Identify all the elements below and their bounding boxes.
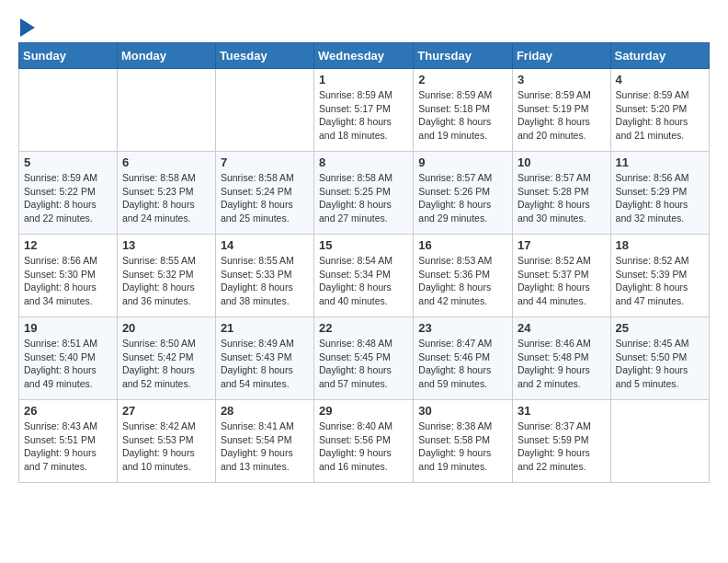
day-number: 28 [221, 404, 309, 418]
calendar-cell: 28Sunrise: 8:41 AM Sunset: 5:54 PM Dayli… [215, 400, 313, 483]
calendar-cell: 7Sunrise: 8:58 AM Sunset: 5:24 PM Daylig… [215, 152, 313, 235]
logo-arrow-icon [20, 18, 35, 37]
day-number: 5 [24, 155, 112, 169]
calendar-cell: 11Sunrise: 8:56 AM Sunset: 5:29 PM Dayli… [610, 152, 709, 235]
calendar-cell: 8Sunrise: 8:58 AM Sunset: 5:25 PM Daylig… [314, 152, 414, 235]
weekday-header-wednesday: Wednesday [314, 43, 414, 69]
day-detail: Sunrise: 8:53 AM Sunset: 5:36 PM Dayligh… [418, 254, 507, 308]
day-number: 7 [221, 155, 309, 169]
day-detail: Sunrise: 8:42 AM Sunset: 5:53 PM Dayligh… [122, 419, 210, 474]
day-number: 29 [319, 404, 408, 418]
calendar-cell: 2Sunrise: 8:59 AM Sunset: 5:18 PM Daylig… [414, 69, 513, 152]
day-number: 6 [122, 155, 210, 169]
calendar-cell: 1Sunrise: 8:59 AM Sunset: 5:17 PM Daylig… [314, 69, 414, 152]
day-detail: Sunrise: 8:59 AM Sunset: 5:22 PM Dayligh… [24, 171, 112, 225]
day-number: 4 [616, 73, 704, 86]
calendar-cell: 14Sunrise: 8:55 AM Sunset: 5:33 PM Dayli… [215, 235, 313, 317]
day-number: 1 [319, 73, 408, 86]
day-number: 24 [518, 321, 606, 335]
calendar-cell: 20Sunrise: 8:50 AM Sunset: 5:42 PM Dayli… [117, 317, 215, 400]
day-detail: Sunrise: 8:50 AM Sunset: 5:42 PM Dayligh… [122, 337, 210, 391]
day-detail: Sunrise: 8:58 AM Sunset: 5:24 PM Dayligh… [221, 171, 309, 225]
day-detail: Sunrise: 8:58 AM Sunset: 5:23 PM Dayligh… [122, 171, 210, 225]
day-number: 27 [122, 404, 210, 418]
day-detail: Sunrise: 8:59 AM Sunset: 5:19 PM Dayligh… [518, 88, 606, 143]
day-detail: Sunrise: 8:38 AM Sunset: 5:58 PM Dayligh… [418, 419, 507, 474]
calendar-cell: 22Sunrise: 8:48 AM Sunset: 5:45 PM Dayli… [314, 317, 414, 400]
day-detail: Sunrise: 8:54 AM Sunset: 5:34 PM Dayligh… [319, 254, 408, 308]
calendar-cell [610, 400, 709, 483]
logo [18, 18, 35, 33]
day-detail: Sunrise: 8:49 AM Sunset: 5:43 PM Dayligh… [221, 337, 309, 391]
day-detail: Sunrise: 8:52 AM Sunset: 5:37 PM Dayligh… [518, 254, 606, 308]
day-detail: Sunrise: 8:57 AM Sunset: 5:28 PM Dayligh… [518, 171, 606, 225]
day-number: 21 [221, 321, 309, 335]
day-detail: Sunrise: 8:55 AM Sunset: 5:33 PM Dayligh… [221, 254, 309, 308]
day-number: 3 [518, 73, 606, 86]
day-number: 22 [319, 321, 408, 335]
day-number: 2 [418, 73, 507, 86]
calendar-cell: 31Sunrise: 8:37 AM Sunset: 5:59 PM Dayli… [512, 400, 610, 483]
calendar-week-row: 12Sunrise: 8:56 AM Sunset: 5:30 PM Dayli… [19, 235, 710, 317]
day-number: 23 [418, 321, 507, 335]
day-number: 25 [616, 321, 704, 335]
day-number: 13 [122, 238, 210, 252]
calendar-cell: 13Sunrise: 8:55 AM Sunset: 5:32 PM Dayli… [117, 235, 215, 317]
calendar-cell: 15Sunrise: 8:54 AM Sunset: 5:34 PM Dayli… [314, 235, 414, 317]
calendar-table: SundayMondayTuesdayWednesdayThursdayFrid… [18, 42, 710, 483]
calendar-cell: 30Sunrise: 8:38 AM Sunset: 5:58 PM Dayli… [414, 400, 513, 483]
calendar-cell: 26Sunrise: 8:43 AM Sunset: 5:51 PM Dayli… [19, 400, 118, 483]
day-detail: Sunrise: 8:57 AM Sunset: 5:26 PM Dayligh… [418, 171, 507, 225]
day-detail: Sunrise: 8:41 AM Sunset: 5:54 PM Dayligh… [221, 419, 309, 474]
day-number: 17 [518, 238, 606, 252]
day-detail: Sunrise: 8:40 AM Sunset: 5:56 PM Dayligh… [319, 419, 408, 474]
weekday-header-saturday: Saturday [610, 43, 709, 69]
weekday-header-thursday: Thursday [414, 43, 513, 69]
calendar-cell [19, 69, 118, 152]
page-header [18, 18, 710, 33]
calendar-week-row: 19Sunrise: 8:51 AM Sunset: 5:40 PM Dayli… [19, 317, 710, 400]
weekday-header-monday: Monday [117, 43, 215, 69]
calendar-cell: 17Sunrise: 8:52 AM Sunset: 5:37 PM Dayli… [512, 235, 610, 317]
calendar-cell: 27Sunrise: 8:42 AM Sunset: 5:53 PM Dayli… [117, 400, 215, 483]
day-detail: Sunrise: 8:56 AM Sunset: 5:29 PM Dayligh… [616, 171, 704, 225]
day-number: 26 [24, 404, 112, 418]
calendar-week-row: 5Sunrise: 8:59 AM Sunset: 5:22 PM Daylig… [19, 152, 710, 235]
calendar-week-row: 26Sunrise: 8:43 AM Sunset: 5:51 PM Dayli… [19, 400, 710, 483]
calendar-week-row: 1Sunrise: 8:59 AM Sunset: 5:17 PM Daylig… [19, 69, 710, 152]
day-detail: Sunrise: 8:47 AM Sunset: 5:46 PM Dayligh… [418, 337, 507, 391]
calendar-cell: 10Sunrise: 8:57 AM Sunset: 5:28 PM Dayli… [512, 152, 610, 235]
weekday-header-sunday: Sunday [19, 43, 118, 69]
day-number: 20 [122, 321, 210, 335]
calendar-cell: 21Sunrise: 8:49 AM Sunset: 5:43 PM Dayli… [215, 317, 313, 400]
day-number: 18 [616, 238, 704, 252]
day-detail: Sunrise: 8:59 AM Sunset: 5:20 PM Dayligh… [616, 88, 704, 143]
calendar-cell [215, 69, 313, 152]
day-number: 19 [24, 321, 112, 335]
calendar-cell: 25Sunrise: 8:45 AM Sunset: 5:50 PM Dayli… [610, 317, 709, 400]
day-detail: Sunrise: 8:58 AM Sunset: 5:25 PM Dayligh… [319, 171, 408, 225]
calendar-cell: 23Sunrise: 8:47 AM Sunset: 5:46 PM Dayli… [414, 317, 513, 400]
day-detail: Sunrise: 8:48 AM Sunset: 5:45 PM Dayligh… [319, 337, 408, 391]
calendar-cell [117, 69, 215, 152]
day-number: 31 [518, 404, 606, 418]
day-number: 10 [518, 155, 606, 169]
day-detail: Sunrise: 8:52 AM Sunset: 5:39 PM Dayligh… [616, 254, 704, 308]
day-number: 16 [418, 238, 507, 252]
calendar-cell: 24Sunrise: 8:46 AM Sunset: 5:48 PM Dayli… [512, 317, 610, 400]
day-number: 15 [319, 238, 408, 252]
day-number: 8 [319, 155, 408, 169]
day-number: 11 [616, 155, 704, 169]
day-number: 14 [221, 238, 309, 252]
day-number: 30 [418, 404, 507, 418]
day-detail: Sunrise: 8:56 AM Sunset: 5:30 PM Dayligh… [24, 254, 112, 308]
calendar-cell: 4Sunrise: 8:59 AM Sunset: 5:20 PM Daylig… [610, 69, 709, 152]
day-number: 9 [418, 155, 507, 169]
calendar-cell: 18Sunrise: 8:52 AM Sunset: 5:39 PM Dayli… [610, 235, 709, 317]
calendar-cell: 6Sunrise: 8:58 AM Sunset: 5:23 PM Daylig… [117, 152, 215, 235]
day-detail: Sunrise: 8:43 AM Sunset: 5:51 PM Dayligh… [24, 419, 112, 474]
weekday-header-tuesday: Tuesday [215, 43, 313, 69]
day-detail: Sunrise: 8:51 AM Sunset: 5:40 PM Dayligh… [24, 337, 112, 391]
calendar-cell: 19Sunrise: 8:51 AM Sunset: 5:40 PM Dayli… [19, 317, 118, 400]
calendar-cell: 9Sunrise: 8:57 AM Sunset: 5:26 PM Daylig… [414, 152, 513, 235]
